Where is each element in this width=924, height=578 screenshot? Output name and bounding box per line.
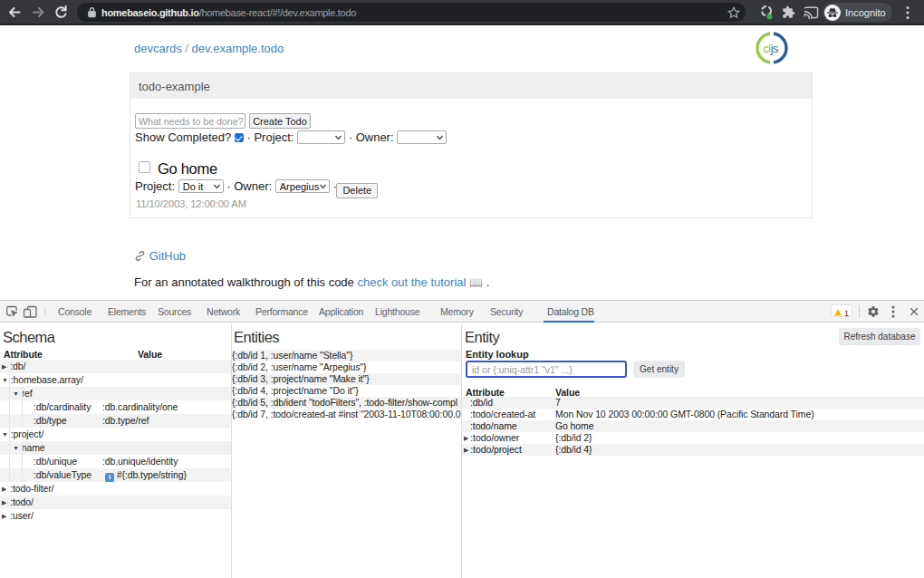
svg-text:1: 1 [844, 309, 849, 318]
svg-text:cljs: cljs [764, 43, 779, 55]
